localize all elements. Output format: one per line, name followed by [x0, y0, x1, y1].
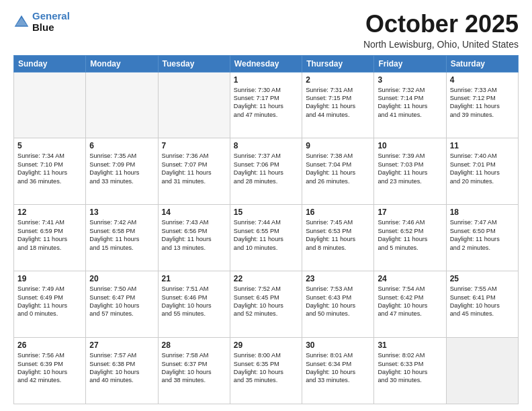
month-title: October 2025 — [363, 11, 519, 38]
day-info: Sunrise: 7:41 AM Sunset: 6:59 PM Dayligh… — [17, 218, 82, 252]
day-number: 16 — [306, 208, 370, 217]
day-cell-4: 4Sunrise: 7:33 AM Sunset: 7:12 PM Daylig… — [446, 72, 518, 138]
weekday-thursday: Thursday — [302, 55, 374, 72]
day-cell-10: 10Sunrise: 7:39 AM Sunset: 7:03 PM Dayli… — [374, 138, 446, 205]
day-info: Sunrise: 7:40 AM Sunset: 7:01 PM Dayligh… — [450, 152, 515, 185]
day-cell-28: 28Sunrise: 7:58 AM Sunset: 6:37 PM Dayli… — [158, 338, 230, 404]
day-number: 20 — [89, 274, 154, 283]
day-cell-16: 16Sunrise: 7:45 AM Sunset: 6:53 PM Dayli… — [302, 205, 374, 271]
day-cell-30: 30Sunrise: 8:01 AM Sunset: 6:34 PM Dayli… — [302, 338, 374, 404]
day-info: Sunrise: 7:33 AM Sunset: 7:12 PM Dayligh… — [450, 86, 515, 120]
day-cell-22: 22Sunrise: 7:52 AM Sunset: 6:45 PM Dayli… — [230, 271, 302, 338]
weekday-tuesday: Tuesday — [158, 55, 230, 72]
day-number: 24 — [378, 274, 442, 283]
day-info: Sunrise: 7:35 AM Sunset: 7:09 PM Dayligh… — [89, 152, 154, 185]
day-info: Sunrise: 7:56 AM Sunset: 6:39 PM Dayligh… — [17, 351, 82, 385]
day-info: Sunrise: 7:47 AM Sunset: 6:50 PM Dayligh… — [450, 218, 515, 252]
day-info: Sunrise: 7:51 AM Sunset: 6:46 PM Dayligh… — [162, 285, 226, 318]
day-info: Sunrise: 7:32 AM Sunset: 7:14 PM Dayligh… — [378, 86, 442, 120]
day-info: Sunrise: 7:44 AM Sunset: 6:55 PM Dayligh… — [234, 218, 298, 252]
day-cell-12: 12Sunrise: 7:41 AM Sunset: 6:59 PM Dayli… — [14, 205, 86, 271]
day-info: Sunrise: 8:01 AM Sunset: 6:34 PM Dayligh… — [306, 351, 370, 385]
week-row-4: 19Sunrise: 7:49 AM Sunset: 6:49 PM Dayli… — [14, 271, 519, 338]
weekday-wednesday: Wednesday — [230, 55, 302, 72]
logo-text: General Blue — [32, 11, 70, 33]
day-number: 12 — [17, 208, 82, 217]
day-cell-25: 25Sunrise: 7:55 AM Sunset: 6:41 PM Dayli… — [446, 271, 518, 338]
day-info: Sunrise: 7:49 AM Sunset: 6:49 PM Dayligh… — [17, 285, 82, 318]
day-cell-24: 24Sunrise: 7:54 AM Sunset: 6:42 PM Dayli… — [374, 271, 446, 338]
weekday-sunday: Sunday — [14, 55, 86, 72]
empty-cell — [14, 72, 86, 138]
day-info: Sunrise: 7:43 AM Sunset: 6:56 PM Dayligh… — [162, 218, 226, 252]
week-row-2: 5Sunrise: 7:34 AM Sunset: 7:10 PM Daylig… — [14, 138, 519, 205]
day-cell-14: 14Sunrise: 7:43 AM Sunset: 6:56 PM Dayli… — [158, 205, 230, 271]
day-cell-13: 13Sunrise: 7:42 AM Sunset: 6:58 PM Dayli… — [86, 205, 158, 271]
day-cell-9: 9Sunrise: 7:38 AM Sunset: 7:04 PM Daylig… — [302, 138, 374, 205]
day-info: Sunrise: 7:45 AM Sunset: 6:53 PM Dayligh… — [306, 218, 370, 252]
day-info: Sunrise: 7:39 AM Sunset: 7:03 PM Dayligh… — [378, 152, 442, 185]
day-cell-20: 20Sunrise: 7:50 AM Sunset: 6:47 PM Dayli… — [86, 271, 158, 338]
weekday-header-row: SundayMondayTuesdayWednesdayThursdayFrid… — [14, 55, 519, 72]
day-number: 31 — [378, 340, 442, 350]
day-number: 7 — [162, 141, 226, 150]
day-number: 15 — [234, 208, 298, 217]
day-number: 21 — [162, 274, 226, 283]
weekday-friday: Friday — [374, 55, 446, 72]
logo-blue: Blue — [32, 21, 54, 33]
calendar-page: General Blue October 2025 North Lewisbur… — [0, 0, 532, 411]
day-info: Sunrise: 7:38 AM Sunset: 7:04 PM Dayligh… — [306, 152, 370, 185]
day-info: Sunrise: 7:57 AM Sunset: 6:38 PM Dayligh… — [89, 351, 154, 385]
day-number: 22 — [234, 274, 298, 283]
day-info: Sunrise: 7:36 AM Sunset: 7:07 PM Dayligh… — [162, 152, 226, 185]
day-number: 28 — [162, 340, 226, 350]
day-cell-2: 2Sunrise: 7:31 AM Sunset: 7:15 PM Daylig… — [302, 72, 374, 138]
day-info: Sunrise: 7:31 AM Sunset: 7:15 PM Dayligh… — [306, 86, 370, 120]
day-info: Sunrise: 7:42 AM Sunset: 6:58 PM Dayligh… — [89, 218, 154, 252]
day-cell-31: 31Sunrise: 8:02 AM Sunset: 6:33 PM Dayli… — [374, 338, 446, 404]
day-number: 27 — [89, 340, 154, 350]
day-info: Sunrise: 7:53 AM Sunset: 6:43 PM Dayligh… — [306, 285, 370, 318]
logo-general: General — [32, 10, 70, 21]
day-cell-15: 15Sunrise: 7:44 AM Sunset: 6:55 PM Dayli… — [230, 205, 302, 271]
day-cell-1: 1Sunrise: 7:30 AM Sunset: 7:17 PM Daylig… — [230, 72, 302, 138]
day-info: Sunrise: 7:55 AM Sunset: 6:41 PM Dayligh… — [450, 285, 515, 318]
logo-icon — [13, 14, 30, 30]
day-cell-8: 8Sunrise: 7:37 AM Sunset: 7:06 PM Daylig… — [230, 138, 302, 205]
day-number: 9 — [306, 141, 370, 150]
day-info: Sunrise: 7:50 AM Sunset: 6:47 PM Dayligh… — [89, 285, 154, 318]
week-row-5: 26Sunrise: 7:56 AM Sunset: 6:39 PM Dayli… — [14, 338, 519, 404]
location-subtitle: North Lewisburg, Ohio, United States — [363, 39, 519, 50]
day-number: 8 — [234, 141, 298, 150]
title-block: October 2025 North Lewisburg, Ohio, Unit… — [363, 11, 519, 50]
day-info: Sunrise: 7:37 AM Sunset: 7:06 PM Dayligh… — [234, 152, 298, 185]
day-cell-26: 26Sunrise: 7:56 AM Sunset: 6:39 PM Dayli… — [14, 338, 86, 404]
day-cell-18: 18Sunrise: 7:47 AM Sunset: 6:50 PM Dayli… — [446, 205, 518, 271]
week-row-3: 12Sunrise: 7:41 AM Sunset: 6:59 PM Dayli… — [14, 205, 519, 271]
day-info: Sunrise: 7:52 AM Sunset: 6:45 PM Dayligh… — [234, 285, 298, 318]
day-cell-17: 17Sunrise: 7:46 AM Sunset: 6:52 PM Dayli… — [374, 205, 446, 271]
day-number: 2 — [306, 75, 370, 85]
day-info: Sunrise: 7:30 AM Sunset: 7:17 PM Dayligh… — [234, 86, 298, 120]
day-cell-21: 21Sunrise: 7:51 AM Sunset: 6:46 PM Dayli… — [158, 271, 230, 338]
day-number: 23 — [306, 274, 370, 283]
logo: General Blue — [13, 11, 70, 33]
day-info: Sunrise: 7:46 AM Sunset: 6:52 PM Dayligh… — [378, 218, 442, 252]
empty-cell — [86, 72, 158, 138]
day-number: 10 — [378, 141, 442, 150]
day-number: 3 — [378, 75, 442, 85]
day-number: 14 — [162, 208, 226, 217]
day-cell-3: 3Sunrise: 7:32 AM Sunset: 7:14 PM Daylig… — [374, 72, 446, 138]
day-cell-7: 7Sunrise: 7:36 AM Sunset: 7:07 PM Daylig… — [158, 138, 230, 205]
week-row-1: 1Sunrise: 7:30 AM Sunset: 7:17 PM Daylig… — [14, 72, 519, 138]
day-info: Sunrise: 7:54 AM Sunset: 6:42 PM Dayligh… — [378, 285, 442, 318]
day-info: Sunrise: 7:34 AM Sunset: 7:10 PM Dayligh… — [17, 152, 82, 185]
day-number: 19 — [17, 274, 82, 283]
calendar-table: SundayMondayTuesdayWednesdayThursdayFrid… — [13, 55, 519, 404]
weekday-saturday: Saturday — [446, 55, 518, 72]
empty-cell — [158, 72, 230, 138]
day-number: 4 — [450, 75, 515, 85]
day-info: Sunrise: 8:00 AM Sunset: 6:35 PM Dayligh… — [234, 351, 298, 385]
day-cell-19: 19Sunrise: 7:49 AM Sunset: 6:49 PM Dayli… — [14, 271, 86, 338]
page-header: General Blue October 2025 North Lewisbur… — [13, 11, 519, 50]
